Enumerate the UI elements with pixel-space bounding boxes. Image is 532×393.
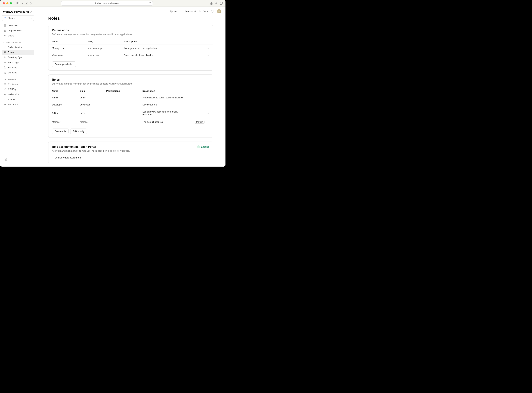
reload-icon[interactable] [149, 2, 151, 5]
check-icon [197, 145, 200, 148]
theme-toggle-icon[interactable] [211, 10, 214, 13]
bolt-icon [4, 103, 6, 106]
browser-toolbar: dashboard.workos.com [0, 0, 225, 7]
more-icon[interactable] [206, 113, 209, 114]
tabs-icon[interactable] [220, 2, 223, 5]
page-title: Roles [48, 16, 213, 21]
svg-point-33 [209, 55, 209, 56]
create-permission-button[interactable]: Create permission [52, 61, 76, 67]
cell-slug: admin [76, 94, 103, 101]
roles-card: Roles Define and manage roles that can b… [48, 74, 213, 138]
svg-point-31 [207, 55, 207, 56]
sidebar-item-branding[interactable]: Branding [2, 65, 34, 70]
forward-button[interactable] [30, 2, 32, 5]
chevron-down-icon[interactable] [22, 3, 24, 4]
sidebar-item-directory-sync[interactable]: Directory Sync [2, 55, 34, 60]
permissions-card: Permissions Define and manage permission… [48, 25, 213, 71]
url-text: dashboard.workos.com [97, 2, 119, 5]
feedback-link[interactable]: Feedback? [181, 10, 196, 13]
environment-label: Staging [8, 17, 15, 19]
svg-point-28 [207, 49, 207, 49]
sidebar-item-roles[interactable]: Roles [2, 50, 34, 55]
workspace-name: WorkOS Playground [3, 10, 29, 13]
default-badge: Default [195, 120, 204, 124]
configure-role-assignment-button[interactable]: Configure role assignment [52, 155, 84, 160]
create-role-button[interactable]: Create role [52, 128, 69, 134]
top-nav: Help Feedback? Docs K [36, 7, 225, 16]
sidebar-item-webhooks[interactable]: Webhooks [2, 92, 34, 97]
bars-icon [4, 98, 6, 101]
cell-slug: users:manage [85, 45, 121, 52]
chevron-down-icon [30, 18, 32, 19]
minimize-window-button[interactable] [6, 2, 9, 5]
sidebar-toggle-icon[interactable] [17, 2, 19, 5]
svg-point-14 [4, 57, 5, 57]
col-slug: Slug [76, 88, 103, 94]
svg-rect-7 [4, 26, 5, 27]
sidebar-item-organizations[interactable]: Organizations [2, 28, 34, 33]
sidebar-item-api-keys[interactable]: API Keys [2, 87, 34, 92]
svg-point-24 [5, 95, 6, 95]
cell-permissions: – [103, 118, 139, 126]
sidebar-item-redirects[interactable]: Redirects [2, 82, 34, 87]
sidebar-item-authentication[interactable]: Authentication [2, 44, 34, 50]
help-link[interactable]: Help [170, 10, 178, 13]
svg-point-40 [207, 113, 207, 114]
cell-permissions: – [103, 108, 139, 118]
edit-priority-button[interactable]: Edit priority [70, 128, 87, 134]
table-row: Adminadmin–Write access to every resourc… [49, 94, 213, 101]
sidebar-item-overview[interactable]: Overview [2, 23, 34, 28]
more-icon[interactable] [206, 97, 209, 99]
svg-point-34 [207, 98, 207, 98]
cell-permissions: – [103, 101, 139, 108]
sidebar-item-audit-logs[interactable]: Audit Logs [2, 60, 34, 65]
sidebar-item-label: Overview [8, 24, 17, 27]
list-icon [4, 61, 6, 64]
svg-point-23 [4, 95, 5, 95]
share-icon[interactable] [210, 2, 213, 5]
sidebar-item-test-sso[interactable]: Test SSO [2, 102, 34, 107]
docs-icon [199, 10, 202, 13]
cell-name: Developer [49, 101, 76, 108]
environment-selector[interactable]: Staging [2, 15, 34, 21]
svg-point-13 [4, 52, 5, 53]
sidebar-item-label: Domains [8, 71, 17, 74]
svg-point-36 [209, 98, 209, 98]
close-window-button[interactable] [3, 2, 5, 5]
sidebar-item-label: Events [8, 98, 15, 101]
cell-name: Editor [49, 108, 76, 118]
svg-point-19 [4, 67, 5, 67]
feedback-icon [181, 10, 184, 13]
feedback-label: Feedback? [185, 10, 196, 13]
more-icon[interactable] [206, 55, 209, 56]
avatar-initial: K [219, 10, 220, 12]
url-bar[interactable]: dashboard.workos.com [61, 1, 153, 6]
maximize-window-button[interactable] [10, 2, 12, 5]
avatar[interactable]: K [217, 9, 221, 13]
svg-rect-3 [220, 3, 222, 5]
cell-name: Member [49, 118, 76, 126]
more-icon[interactable] [206, 121, 209, 123]
svg-point-39 [209, 105, 209, 105]
sidebar-item-label: Branding [8, 66, 17, 69]
help-label: Help [174, 10, 178, 13]
sidebar-item-events[interactable]: Events [2, 97, 34, 102]
back-button[interactable] [26, 2, 28, 5]
new-tab-icon[interactable] [215, 2, 218, 5]
status-badge: Enabled [197, 145, 209, 148]
gear-icon[interactable] [30, 10, 33, 13]
cell-description: Manage users in the application. [121, 45, 203, 52]
docs-link[interactable]: Docs [199, 10, 208, 13]
svg-rect-8 [5, 26, 6, 27]
cell-permissions: – [103, 94, 139, 101]
sidebar-item-label: Redirects [8, 83, 18, 85]
svg-point-41 [208, 113, 208, 114]
more-icon[interactable] [206, 104, 209, 106]
more-icon[interactable] [206, 48, 209, 49]
user-icon [4, 34, 6, 37]
col-slug: Slug [85, 38, 121, 45]
col-description: Description [121, 38, 203, 45]
sidebar-item-users[interactable]: Users [2, 33, 34, 38]
sidebar-item-label: Users [8, 34, 14, 37]
sidebar-item-domains[interactable]: Domains [2, 70, 34, 75]
